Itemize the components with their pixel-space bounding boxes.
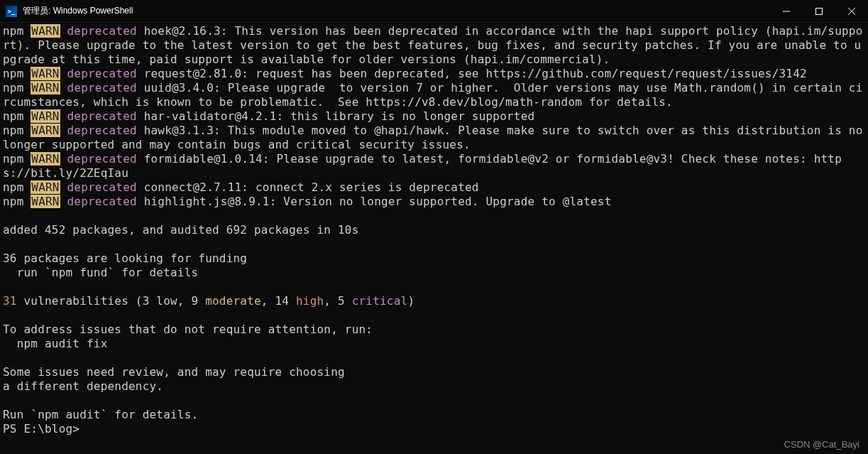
npm-label: npm <box>3 180 31 194</box>
titlebar-left: >_ 管理员: Windows PowerShell <box>6 5 133 17</box>
maximize-icon <box>815 8 823 15</box>
deprecated-label: deprecated <box>60 180 144 194</box>
deprecated-label: deprecated <box>60 195 144 208</box>
npm-label: npm <box>3 24 31 38</box>
vuln-text: ) <box>407 294 414 308</box>
warn-line: npm WARN deprecated uuid@3.4.0: Please u… <box>3 81 865 109</box>
npm-label: npm <box>3 81 31 94</box>
warn-line: npm WARN deprecated har-validator@4.2.1:… <box>3 109 865 124</box>
warn-label: WARN <box>31 180 60 194</box>
funding-line: 36 packages are looking for funding <box>3 252 865 266</box>
run-audit-line: Run `npm audit` for details. <box>3 408 865 422</box>
deprecated-label: deprecated <box>60 152 144 166</box>
address-line: npm audit fix <box>3 337 865 351</box>
warn-label: WARN <box>31 152 60 166</box>
powershell-icon: >_ <box>6 6 17 17</box>
close-icon <box>848 8 855 15</box>
npm-label: npm <box>3 109 31 123</box>
vuln-text: , 5 <box>324 294 351 308</box>
window-titlebar: >_ 管理员: Windows PowerShell <box>0 0 868 23</box>
review-line: a different dependency. <box>3 379 865 394</box>
warn-text: har-validator@4.2.1: this library is no … <box>144 109 535 123</box>
warn-label: WARN <box>31 24 60 38</box>
minimize-icon <box>783 8 790 15</box>
warn-line: npm WARN deprecated request@2.81.0: requ… <box>3 67 865 81</box>
deprecated-label: deprecated <box>60 81 144 94</box>
warn-label: WARN <box>31 109 60 123</box>
terminal-output[interactable]: npm WARN deprecated hoek@2.16.3: This ve… <box>0 23 868 438</box>
warn-label: WARN <box>31 195 60 208</box>
deprecated-label: deprecated <box>60 124 144 137</box>
warn-text: highlight.js@8.9.1: Version no longer su… <box>144 195 612 208</box>
deprecated-label: deprecated <box>60 109 144 123</box>
vulnerabilities-line: 31 vulnerabilities (3 low, 9 moderate, 1… <box>3 294 865 308</box>
warn-label: WARN <box>31 124 60 137</box>
deprecated-label: deprecated <box>60 24 144 38</box>
warn-text: connect@2.7.11: connect 2.x series is de… <box>144 180 479 194</box>
added-line: added 452 packages, and audited 692 pack… <box>3 223 865 237</box>
address-line: To address issues that do not require at… <box>3 323 865 337</box>
npm-label: npm <box>3 195 31 208</box>
svg-rect-0 <box>816 8 823 14</box>
window-title: 管理员: Windows PowerShell <box>23 5 133 17</box>
warn-line: npm WARN deprecated connect@2.7.11: conn… <box>3 180 865 195</box>
vuln-count: 31 <box>3 294 17 308</box>
review-line: Some issues need review, and may require… <box>3 365 865 379</box>
warn-label: WARN <box>31 81 60 94</box>
npm-label: npm <box>3 152 31 166</box>
vuln-text: vulnerabilities (3 low, 9 <box>17 294 206 308</box>
npm-label: npm <box>3 124 31 137</box>
vuln-moderate: moderate <box>205 294 261 308</box>
watermark: CSDN @Cat_Bayi <box>784 439 859 450</box>
vuln-high: high <box>296 294 324 308</box>
close-button[interactable] <box>835 0 868 23</box>
warn-line: npm WARN deprecated highlight.js@8.9.1: … <box>3 195 865 209</box>
prompt-line[interactable]: PS E:\blog> <box>3 422 865 436</box>
deprecated-label: deprecated <box>60 67 144 80</box>
warn-line: npm WARN deprecated hawk@3.1.3: This mod… <box>3 124 865 152</box>
minimize-button[interactable] <box>770 0 803 23</box>
funding-line: run `npm fund` for details <box>3 266 865 280</box>
warn-text: request@2.81.0: request has been depreca… <box>144 67 807 80</box>
npm-label: npm <box>3 67 31 80</box>
vuln-text: , 14 <box>261 294 296 308</box>
warn-label: WARN <box>31 67 60 80</box>
warn-line: npm WARN deprecated hoek@2.16.3: This ve… <box>3 24 865 67</box>
maximize-button[interactable] <box>803 0 835 23</box>
window-controls <box>770 0 868 23</box>
warn-line: npm WARN deprecated formidable@1.0.14: P… <box>3 152 865 180</box>
vuln-critical: critical <box>352 294 408 308</box>
